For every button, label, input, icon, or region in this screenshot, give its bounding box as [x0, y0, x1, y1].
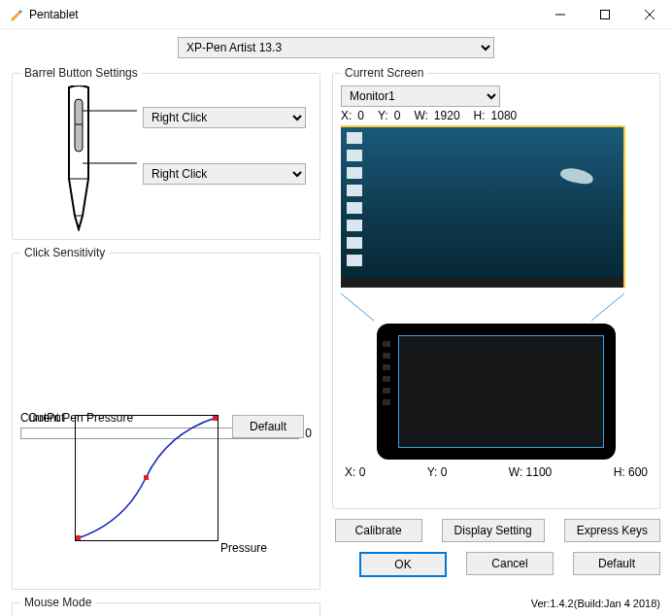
- output-label: OutPut: [28, 411, 64, 425]
- svg-rect-10: [76, 535, 81, 540]
- tablet-w: 1100: [526, 465, 553, 479]
- screen-legend: Current Screen: [341, 66, 427, 80]
- window-title: Pentablet: [29, 8, 538, 21]
- sensitivity-graph[interactable]: [75, 415, 218, 541]
- monitor-select[interactable]: Monitor1: [341, 86, 500, 107]
- svg-line-13: [341, 293, 374, 321]
- svg-line-14: [591, 293, 624, 321]
- tablet-y: 0: [441, 465, 448, 479]
- display-setting-button[interactable]: Display Setting: [442, 519, 545, 542]
- ok-button[interactable]: OK: [359, 552, 447, 577]
- barrel-upper-select[interactable]: Right Click: [143, 107, 306, 128]
- barrel-legend: Barrel Button Settings: [20, 66, 142, 80]
- maximize-button[interactable]: [583, 0, 627, 29]
- monitor-w: 1920: [434, 109, 460, 122]
- pressure-axis-label: Pressure: [220, 541, 267, 555]
- monitor-h: 1080: [491, 109, 518, 122]
- minimize-button[interactable]: [538, 0, 583, 29]
- mouse-mode-legend: Mouse Mode: [20, 596, 95, 609]
- tablet-h: 600: [628, 465, 648, 479]
- svg-rect-11: [144, 475, 149, 480]
- default-button[interactable]: Default: [573, 552, 660, 575]
- sensitivity-default-button[interactable]: Default: [232, 415, 304, 438]
- monitor-x: 0: [357, 109, 364, 122]
- mapping-lines: [341, 293, 624, 321]
- tablet-x: 0: [359, 465, 366, 479]
- pressure-value: 0: [305, 427, 312, 440]
- express-keys-button[interactable]: Express Keys: [564, 519, 660, 542]
- sensitivity-legend: Click Sensitivity: [20, 246, 109, 259]
- barrel-lower-select[interactable]: Right Click: [143, 163, 306, 185]
- version-text: Ver:1.4.2(Build:Jan 4 2018): [531, 598, 660, 609]
- pen-diagram: [20, 86, 137, 231]
- monitor-preview[interactable]: [341, 126, 624, 288]
- device-select[interactable]: XP-Pen Artist 13.3: [178, 37, 494, 58]
- svg-rect-1: [601, 10, 610, 18]
- cancel-button[interactable]: Cancel: [466, 552, 554, 575]
- svg-rect-12: [213, 416, 218, 421]
- monitor-y: 0: [394, 109, 401, 122]
- calibrate-button[interactable]: Calibrate: [335, 519, 422, 542]
- app-icon: [8, 7, 23, 22]
- close-button[interactable]: [627, 0, 672, 29]
- svg-rect-4: [75, 99, 83, 152]
- tablet-preview[interactable]: [377, 324, 616, 460]
